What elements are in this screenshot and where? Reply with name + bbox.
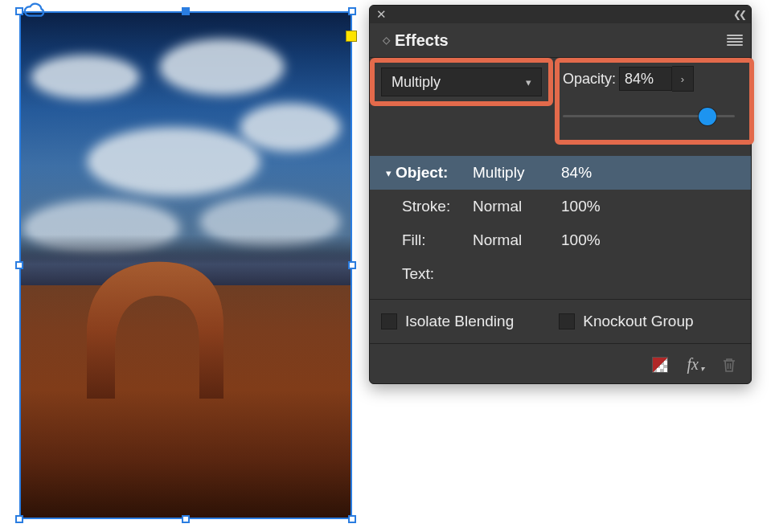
opacity-slider[interactable]	[563, 108, 735, 124]
selection-handle-top-right[interactable]	[348, 7, 356, 15]
tab-gripper-icon: ◇	[383, 35, 390, 45]
fx-menu-icon[interactable]: fx▾	[687, 355, 703, 374]
selection-handle-middle-left[interactable]	[15, 261, 23, 269]
isolate-blending-checkbox[interactable]	[381, 313, 397, 329]
panel-divider	[370, 299, 751, 300]
selection-handle-top-middle[interactable]	[182, 7, 190, 15]
target-row-fill[interactable]: Fill: Normal 100%	[370, 223, 751, 257]
selection-handle-bottom-middle[interactable]	[182, 515, 190, 523]
selection-handle-middle-right[interactable]	[348, 261, 356, 269]
row-label: Object:	[396, 164, 473, 182]
row-opacity: 100%	[561, 231, 601, 249]
row-blend-mode: Normal	[473, 198, 561, 215]
clear-effects-icon[interactable]	[652, 357, 668, 373]
target-rows: ▾ Object: Multiply 84% Stroke: Normal 10…	[370, 145, 751, 294]
slider-thumb[interactable]	[699, 108, 716, 125]
knockout-group-checkbox[interactable]	[559, 313, 575, 329]
panel-footer: fx▾	[370, 349, 751, 379]
trash-icon[interactable]	[722, 357, 736, 373]
canvas-selection[interactable]	[19, 11, 352, 519]
row-opacity: 84%	[561, 164, 592, 182]
placed-image[interactable]	[19, 11, 352, 519]
row-label: Stroke:	[402, 198, 473, 215]
selection-handle-top-left[interactable]	[15, 7, 23, 15]
opacity-value-text: 84%	[625, 71, 654, 88]
panel-divider	[370, 343, 751, 344]
close-panel-icon[interactable]: ✕	[376, 7, 387, 22]
tab-effects[interactable]: ◇ Effects	[375, 25, 457, 56]
selection-handle-bottom-left[interactable]	[15, 515, 23, 523]
image-rock-arch	[79, 238, 240, 399]
target-row-object[interactable]: ▾ Object: Multiply 84%	[370, 156, 751, 190]
effects-panel: ✕ ❮❮ ◇ Effects Multiply ▾ Opacity: 84% ›	[369, 5, 752, 384]
image-cloud	[246, 109, 334, 145]
panel-title: Effects	[395, 31, 449, 50]
target-row-text[interactable]: Text:	[370, 257, 751, 291]
row-blend-mode: Normal	[473, 231, 561, 249]
image-cloud	[37, 61, 133, 93]
cc-libraries-icon[interactable]	[23, 2, 47, 19]
target-row-stroke[interactable]: Stroke: Normal 100%	[370, 190, 751, 223]
image-cloud	[166, 45, 278, 89]
panel-checks-row: Isolate Blending Knockout Group	[370, 305, 751, 338]
opacity-caret-button[interactable]: ›	[672, 66, 694, 92]
row-label: Text:	[402, 265, 473, 283]
chevron-down-icon: ▾	[526, 76, 531, 88]
collapse-panel-icon[interactable]: ❮❮	[733, 9, 744, 20]
blend-mode-value: Multiply	[392, 74, 441, 91]
selection-handle-bottom-right[interactable]	[348, 515, 356, 523]
opacity-input[interactable]: 84%	[619, 67, 672, 91]
isolate-blending-label: Isolate Blending	[405, 313, 514, 330]
panel-window-bar: ✕ ❮❮	[370, 6, 751, 23]
panel-menu-icon[interactable]	[727, 35, 743, 46]
row-blend-mode: Multiply	[473, 164, 561, 182]
disclosure-triangle-icon[interactable]: ▾	[381, 167, 396, 179]
panel-controls-row: Multiply ▾ Opacity: 84% ›	[370, 58, 751, 145]
row-opacity: 100%	[561, 198, 601, 215]
chevron-right-icon: ›	[681, 73, 684, 85]
knockout-group-label: Knockout Group	[583, 313, 693, 330]
opacity-control: Opacity: 84% ›	[563, 64, 744, 124]
row-label: Fill:	[402, 231, 473, 249]
panel-tab-bar: ◇ Effects	[370, 23, 751, 58]
content-grabber-handle[interactable]	[346, 31, 357, 42]
blend-mode-dropdown[interactable]: Multiply ▾	[381, 68, 542, 96]
image-cloud	[93, 133, 254, 190]
opacity-label: Opacity:	[563, 71, 616, 88]
